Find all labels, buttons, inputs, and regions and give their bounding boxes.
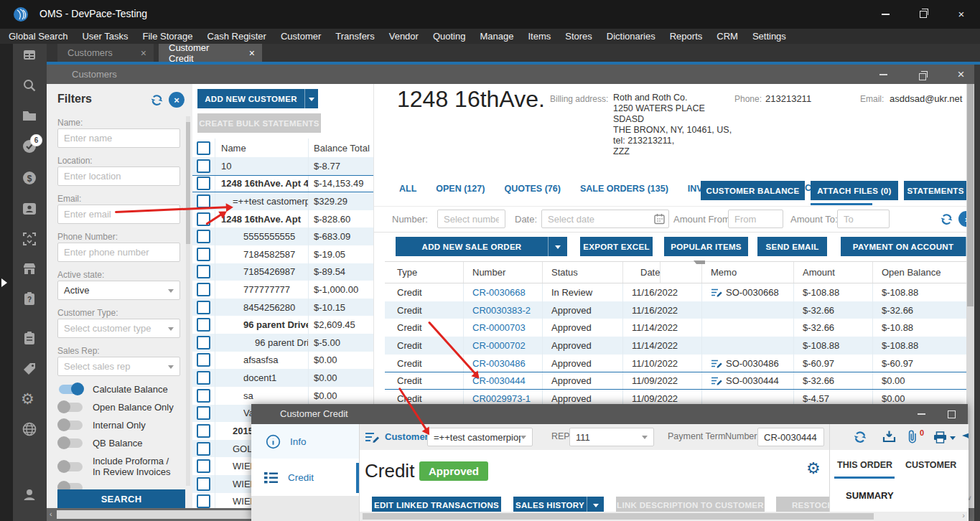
statements-button[interactable]: STATEMENTS	[904, 181, 967, 200]
sidebar-expander-icon[interactable]	[1, 278, 11, 287]
tag-icon[interactable]	[22, 361, 37, 377]
tab-customer[interactable]: CUSTOMER	[905, 460, 956, 470]
credit-number-link[interactable]: CR0030383-2	[464, 301, 543, 319]
search-icon[interactable]	[22, 78, 37, 93]
toggle-internal-only[interactable]: Internal Only	[59, 420, 146, 431]
menu-dictionaries[interactable]: Dictionaries	[599, 29, 663, 44]
scroll-left-icon[interactable]: ‹	[50, 510, 52, 518]
row-checkbox[interactable]	[197, 230, 210, 243]
refresh-icon[interactable]	[150, 93, 164, 107]
column-status[interactable]: Status	[543, 262, 623, 283]
row-checkbox[interactable]	[197, 371, 210, 385]
menu-items[interactable]: Items	[521, 29, 558, 44]
maximize-button[interactable]	[907, 4, 940, 25]
credit-number-link[interactable]: CR-0030486	[464, 355, 543, 372]
add-new-sale-order-dropdown[interactable]	[548, 237, 567, 256]
scrollbar-thumb[interactable]	[967, 84, 974, 306]
refresh-icon[interactable]	[853, 430, 867, 444]
customer-row[interactable]: docent1$0.00	[192, 369, 373, 387]
row-checkbox[interactable]	[197, 177, 210, 190]
credit-row[interactable]: CreditCR-0030668In Review11/16/2022SO-00…	[385, 283, 967, 301]
menu-crm[interactable]: CRM	[709, 29, 745, 44]
row-checkbox[interactable]	[197, 283, 210, 296]
column-number[interactable]: Number	[464, 262, 543, 283]
row-checkbox[interactable]	[197, 389, 210, 403]
credit-row[interactable]: CreditCR-0000702Approved11/14/2022$-108.…	[385, 337, 967, 355]
tab-customer-credit[interactable]: Customer Credit ×	[159, 44, 262, 62]
menu-customer[interactable]: Customer	[274, 29, 328, 44]
credit-row[interactable]: CreditCR-0000703Approved11/14/2022$-32.6…	[385, 319, 967, 337]
customer-row[interactable]: 7184582587$-19.05	[192, 245, 373, 263]
menu-settings[interactable]: Settings	[745, 29, 793, 44]
settings-gear-icon[interactable]: ⚙	[806, 459, 821, 478]
number-filter-input[interactable]	[437, 210, 505, 228]
credit-number-link[interactable]: CR-0000702	[464, 337, 543, 355]
minimize-button[interactable]	[869, 65, 897, 84]
popular-items-button[interactable]: POPULAR ITEMS	[664, 237, 748, 256]
globe-icon[interactable]	[22, 421, 37, 437]
row-checkbox[interactable]	[197, 301, 210, 314]
tasks-check-icon[interactable]: 6	[22, 139, 37, 154]
attach-files-button[interactable]: ATTACH FILES (0)	[811, 181, 898, 200]
gear-icon[interactable]: ⚙	[21, 391, 34, 407]
search-button[interactable]: SEARCH	[57, 489, 185, 508]
row-checkbox[interactable]	[197, 159, 210, 173]
column-memo[interactable]: Memo	[702, 262, 794, 283]
add-new-sale-order-button[interactable]: ADD NEW SALE ORDER	[396, 237, 548, 256]
active-state-select[interactable]: Active	[57, 281, 180, 300]
tab-customers[interactable]: Customers ×	[57, 44, 154, 62]
name-input[interactable]	[57, 128, 180, 148]
modal-nav-info[interactable]: Info	[251, 424, 359, 459]
toggle-open-balance-only[interactable]: Open Balance Only	[59, 402, 174, 413]
menu-vendor[interactable]: Vendor	[382, 29, 426, 44]
modal-horizontal-scrollbar[interactable]: ›	[360, 512, 968, 521]
transfers-icon[interactable]	[22, 231, 37, 247]
amount-to-input[interactable]	[837, 210, 890, 228]
menu-stores[interactable]: Stores	[558, 29, 599, 44]
amount-from-input[interactable]	[728, 210, 783, 228]
minimize-button[interactable]	[869, 4, 902, 25]
row-checkbox[interactable]	[197, 318, 210, 332]
customer-select[interactable]: =++test castomerpiopi	[427, 428, 533, 446]
clipboard-icon[interactable]	[22, 330, 37, 346]
row-checkbox[interactable]	[197, 248, 210, 261]
tab-this-order[interactable]: THIS ORDER	[837, 460, 892, 470]
download-icon[interactable]	[882, 429, 897, 444]
scrollbar-thumb[interactable]	[363, 513, 874, 520]
filters-scrollbar[interactable]	[186, 116, 190, 486]
restore-button[interactable]	[908, 67, 937, 86]
menu-reports[interactable]: Reports	[663, 29, 710, 44]
menu-quoting[interactable]: Quoting	[426, 29, 473, 44]
column-amount[interactable]: Amount	[794, 262, 873, 283]
menu-global-search[interactable]: Global Search	[1, 29, 75, 44]
calendar-icon[interactable]	[654, 213, 666, 225]
menu-user-tasks[interactable]: User Tasks	[75, 29, 135, 44]
dashboard-icon[interactable]	[22, 47, 37, 62]
tab-quotes[interactable]: QUOTES (76)	[504, 184, 561, 194]
customer-row-selected[interactable]: 1248 16thAve. Apt 4-$-14,153.49	[192, 175, 373, 193]
minimize-button[interactable]	[908, 404, 934, 424]
row-checkbox[interactable]	[197, 442, 210, 456]
toggle-switch[interactable]	[59, 438, 83, 448]
location-input[interactable]	[57, 166, 180, 186]
row-checkbox[interactable]	[197, 353, 210, 367]
row-checkbox[interactable]	[197, 406, 210, 420]
toggle-switch[interactable]	[59, 421, 83, 430]
row-checkbox[interactable]	[197, 459, 210, 473]
customer-row[interactable]: 10$-8.77	[192, 157, 373, 175]
email-input[interactable]	[57, 205, 180, 224]
export-excel-button[interactable]: EXPORT EXCEL	[580, 237, 653, 256]
add-new-customer-dropdown[interactable]	[304, 89, 318, 108]
row-checkbox[interactable]	[197, 477, 210, 491]
number-input[interactable]	[757, 428, 824, 446]
tab-sale-orders[interactable]: SALE ORDERS (135)	[580, 184, 668, 194]
column-date[interactable]: Date	[623, 262, 702, 283]
printer-dropdown-icon[interactable]	[950, 436, 956, 443]
user-icon[interactable]	[22, 487, 37, 502]
credit-row[interactable]: CreditCR0030383-2Approved11/16/2022$-32.…	[385, 301, 967, 319]
create-bulk-statements-button[interactable]: CREATE BULK STATEMENTS	[197, 113, 321, 133]
toggle-switch[interactable]	[59, 462, 83, 471]
phone-input[interactable]	[57, 243, 180, 262]
store-icon[interactable]	[22, 260, 37, 276]
toggle-qb-balance[interactable]: QB Balance	[59, 438, 142, 449]
